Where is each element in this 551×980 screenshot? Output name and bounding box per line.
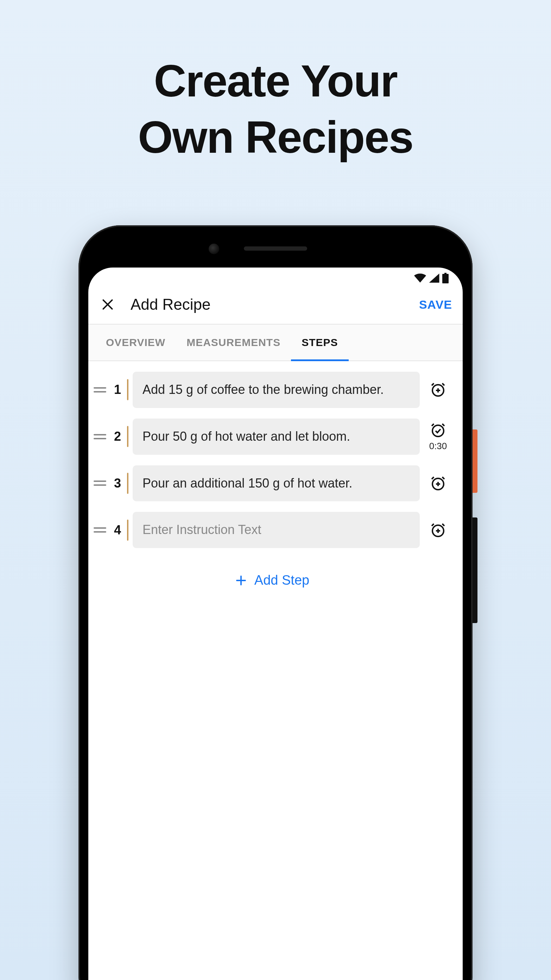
promo-title: Create Your Own Recipes bbox=[0, 0, 551, 165]
alarm-check-icon bbox=[430, 422, 446, 439]
tab-steps[interactable]: STEPS bbox=[291, 325, 348, 360]
tab-measurements[interactable]: MEASUREMENTS bbox=[176, 325, 291, 360]
step-divider bbox=[127, 520, 129, 541]
add-timer-button[interactable] bbox=[424, 475, 452, 492]
app-bar: Add Recipe SAVE bbox=[88, 289, 463, 324]
drag-handle-icon[interactable] bbox=[92, 527, 108, 533]
phone-volume-button bbox=[473, 517, 478, 623]
timer-value: 0:30 bbox=[429, 441, 447, 452]
wifi-icon bbox=[414, 274, 426, 283]
step-row: 1 Add 15 g of coffee to the brewing cham… bbox=[92, 372, 452, 408]
step-instruction-input[interactable]: Enter Instruction Text bbox=[133, 512, 420, 548]
step-row: 4 Enter Instruction Text bbox=[92, 512, 452, 548]
alarm-add-icon bbox=[430, 381, 446, 398]
phone-power-button bbox=[473, 430, 478, 493]
alarm-add-icon bbox=[430, 522, 446, 539]
steps-list: 1 Add 15 g of coffee to the brewing cham… bbox=[88, 361, 463, 602]
phone-screen: Add Recipe SAVE OVERVIEW MEASUREMENTS ST… bbox=[88, 267, 463, 980]
close-button[interactable] bbox=[99, 296, 116, 313]
drag-handle-icon[interactable] bbox=[92, 387, 108, 393]
promo-line-2: Own Recipes bbox=[0, 109, 551, 165]
promo-line-1: Create Your bbox=[0, 53, 551, 109]
status-bar bbox=[88, 267, 463, 289]
tab-overview[interactable]: OVERVIEW bbox=[95, 325, 176, 360]
cellular-icon bbox=[429, 274, 440, 283]
step-number: 2 bbox=[112, 429, 123, 444]
drag-handle-icon[interactable] bbox=[92, 480, 108, 486]
page-title: Add Recipe bbox=[130, 296, 405, 313]
phone-frame: Add Recipe SAVE OVERVIEW MEASUREMENTS ST… bbox=[78, 225, 473, 980]
step-number: 1 bbox=[112, 382, 123, 397]
step-row: 3 Pour an additional 150 g of hot water. bbox=[92, 465, 452, 502]
add-timer-button[interactable] bbox=[424, 522, 452, 539]
tabs: OVERVIEW MEASUREMENTS STEPS bbox=[88, 325, 463, 361]
step-instruction-input[interactable]: Pour 50 g of hot water and let bloom. bbox=[133, 418, 420, 455]
step-divider bbox=[127, 426, 129, 447]
plus-icon bbox=[235, 574, 247, 587]
close-icon bbox=[101, 298, 114, 311]
step-divider bbox=[127, 473, 129, 494]
step-number: 3 bbox=[112, 476, 123, 491]
add-step-label: Add Step bbox=[254, 573, 309, 588]
drag-handle-icon[interactable] bbox=[92, 434, 108, 439]
step-divider bbox=[127, 379, 129, 400]
battery-icon bbox=[442, 273, 449, 283]
step-row: 2 Pour 50 g of hot water and let bloom. … bbox=[92, 418, 452, 455]
save-button[interactable]: SAVE bbox=[419, 298, 452, 312]
edit-timer-button[interactable]: 0:30 bbox=[424, 422, 452, 452]
step-instruction-input[interactable]: Pour an additional 150 g of hot water. bbox=[133, 465, 420, 502]
alarm-add-icon bbox=[430, 475, 446, 492]
add-timer-button[interactable] bbox=[424, 381, 452, 398]
add-step-button[interactable]: Add Step bbox=[92, 558, 452, 602]
step-instruction-input[interactable]: Add 15 g of coffee to the brewing chambe… bbox=[133, 372, 420, 408]
step-number: 4 bbox=[112, 523, 123, 538]
